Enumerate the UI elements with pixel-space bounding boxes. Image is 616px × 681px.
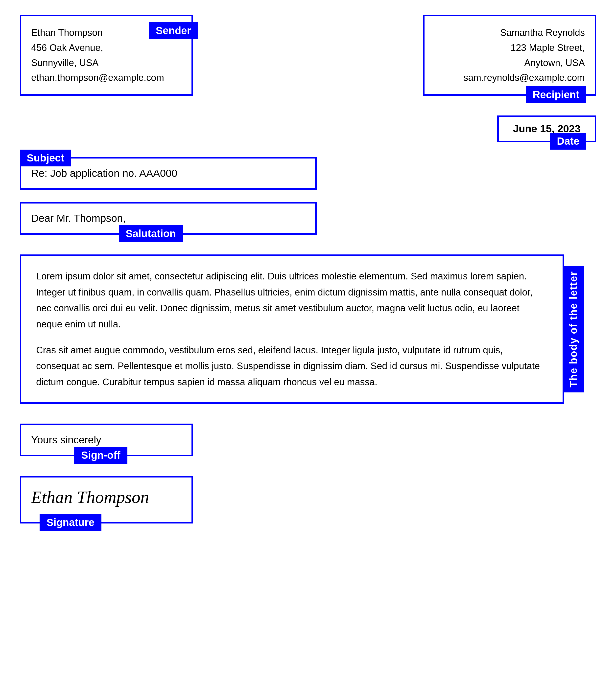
recipient-address1: 123 Maple Street,	[435, 40, 585, 55]
body-section: Lorem ipsum dolor sit amet, consectetur …	[20, 254, 596, 404]
recipient-address2: Anytown, USA	[435, 55, 585, 71]
date-block: June 15, 2023 Date	[497, 116, 596, 142]
top-row: Ethan Thompson 456 Oak Avenue, Sunnyvill…	[20, 15, 596, 96]
signature-value: Ethan Thompson	[31, 488, 149, 507]
subject-block: Subject Re: Job application no. AAA000	[20, 157, 317, 190]
sender-address2: Sunnyville, USA	[31, 55, 181, 71]
sender-label: Sender	[149, 22, 198, 39]
salutation-value: Dear Mr. Thompson,	[31, 212, 126, 224]
body-paragraph1: Lorem ipsum dolor sit amet, consectetur …	[36, 268, 548, 332]
signoff-block: Yours sincerely Sign-off	[20, 424, 193, 456]
subject-value: Re: Job application no. AAA000	[31, 168, 177, 179]
signature-label: Signature	[40, 514, 101, 531]
recipient-name: Samantha Reynolds	[435, 25, 585, 40]
signature-wrapper: Ethan Thompson Signature	[20, 476, 596, 524]
date-row: June 15, 2023 Date	[20, 116, 596, 142]
recipient-block: Samantha Reynolds 123 Maple Street, Anyt…	[423, 15, 596, 96]
signature-block: Ethan Thompson Signature	[20, 476, 193, 524]
signoff-value: Yours sincerely	[31, 434, 101, 446]
sender-email: ethan.thompson@example.com	[31, 70, 181, 85]
sender-address1: 456 Oak Avenue,	[31, 40, 181, 55]
signoff-wrapper: Yours sincerely Sign-off	[20, 424, 596, 456]
sender-block: Ethan Thompson 456 Oak Avenue, Sunnyvill…	[20, 15, 193, 96]
salutation-label: Salutation	[119, 225, 183, 242]
body-label: The body of the letter	[563, 266, 584, 393]
body-container: Lorem ipsum dolor sit amet, consectetur …	[20, 254, 564, 404]
date-label: Date	[550, 133, 586, 150]
salutation-block: Dear Mr. Thompson, Salutation	[20, 202, 317, 235]
body-label-wrapper: The body of the letter	[563, 254, 584, 404]
subject-label: Subject	[20, 150, 71, 167]
recipient-email: sam.reynolds@example.com	[435, 70, 585, 85]
salutation-wrapper: Dear Mr. Thompson, Salutation	[20, 202, 596, 235]
body-paragraph2: Cras sit amet augue commodo, vestibulum …	[36, 342, 548, 390]
recipient-label: Recipient	[526, 86, 586, 103]
recipient-box: Samantha Reynolds 123 Maple Street, Anyt…	[423, 15, 596, 96]
body-box: Lorem ipsum dolor sit amet, consectetur …	[20, 254, 564, 404]
signoff-label: Sign-off	[74, 447, 127, 464]
